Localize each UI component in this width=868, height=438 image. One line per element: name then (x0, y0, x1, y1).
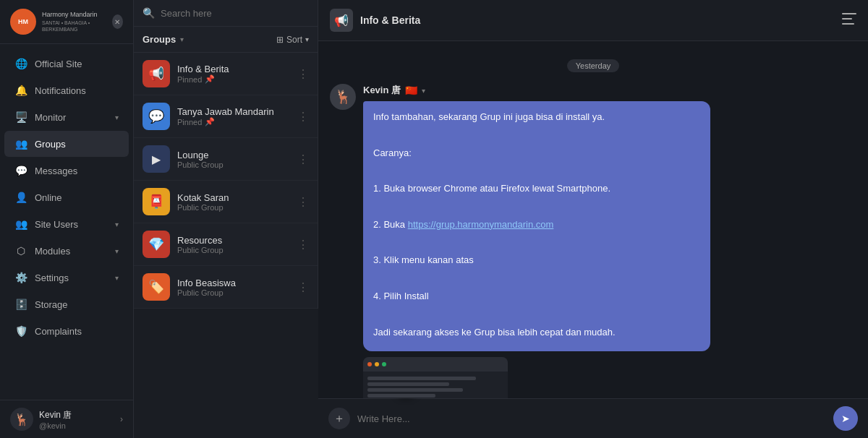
online-icon: 👤 (14, 191, 27, 204)
sidebar-label-monitor: Monitor (35, 112, 66, 123)
sidebar-item-notifications[interactable]: 🔔 Notifications (4, 77, 129, 103)
sidebar-label-messages: Messages (35, 166, 77, 176)
group-avatar: 💬 (142, 103, 170, 130)
sidebar-item-messages[interactable]: 💬 Messages (4, 158, 129, 184)
search-bar: 🔍 (134, 0, 318, 27)
sidebar-label-modules: Modules (35, 246, 70, 257)
group-name: Info & Berita (177, 64, 290, 74)
storage-icon: 🗄️ (14, 298, 27, 311)
sidebar-item-site-users[interactable]: 👥 Site Users ▾ (4, 211, 129, 237)
sidebar-item-storage[interactable]: 🗄️ Storage (4, 291, 129, 317)
groups-panel: 🔍 Groups ▾ ⊞ Sort ▾ 📢 Info & Berita Pinn… (134, 0, 318, 309)
sidebar-label-settings: Settings (35, 272, 69, 283)
chevron-down-icon: ▾ (115, 247, 119, 255)
date-badge: Yesterday (567, 59, 620, 72)
globe-icon: 🌐 (14, 57, 27, 70)
group-sub: Public Group (177, 246, 290, 254)
chat-messages: Yesterday 🦌 Kevin 唐 🇨🇳 ▾ Info tambahan, … (318, 41, 868, 398)
sort-icon: ⊞ (276, 35, 284, 45)
group-sub: Public Group (177, 160, 290, 169)
more-options-icon[interactable]: ⋮ (297, 153, 309, 166)
chat-options-icon[interactable] (842, 13, 856, 27)
list-item[interactable]: 📮 Kotak Saran Public Group ⋮ (134, 181, 318, 223)
groups-icon: 👥 (14, 137, 27, 150)
sidebar: HM Harmony Mandarin SANTAI • BAHAGIA • B… (0, 0, 134, 438)
sidebar-label-site-users: Site Users (35, 219, 78, 230)
sidebar-label-complaints: Complaints (35, 326, 82, 337)
logo-text: Harmony Mandarin SANTAI • BAHAGIA • BERK… (42, 11, 106, 33)
group-avatar: 📢 (142, 60, 170, 87)
group-name: Lounge (177, 150, 290, 160)
sidebar-nav: 🌐 Official Site 🔔 Notifications 🖥️ Monit… (0, 44, 133, 400)
more-options-icon[interactable]: ⋮ (297, 280, 309, 294)
site-users-icon: 👥 (14, 218, 27, 231)
sidebar-item-modules[interactable]: ⬡ Modules ▾ (4, 238, 129, 264)
close-sidebar-button[interactable]: ✕ (112, 14, 123, 29)
more-options-icon[interactable]: ⋮ (297, 67, 309, 81)
group-sub: Pinned 📌 (177, 74, 290, 84)
sidebar-label-groups: Groups (35, 139, 66, 150)
chevron-down-icon: ▾ (115, 113, 119, 121)
chevron-down-icon[interactable]: ▾ (422, 87, 425, 95)
footer-handle: @kevin (39, 421, 114, 430)
sidebar-label-official-site: Official Site (35, 59, 82, 69)
svg-rect-0 (842, 13, 856, 14)
sidebar-item-complaints[interactable]: 🛡️ Complaints (4, 318, 129, 344)
monitor-icon: 🖥️ (14, 111, 27, 124)
group-avatar: 💎 (142, 231, 170, 258)
sidebar-label-notifications: Notifications (35, 85, 86, 96)
message-row: 🦌 Kevin 唐 🇨🇳 ▾ Info tambahan, sekarang G… (330, 84, 856, 398)
groups-header: Groups ▾ ⊞ Sort ▾ (134, 27, 318, 53)
search-input[interactable] (161, 8, 309, 19)
bell-icon: 🔔 (14, 84, 27, 97)
group-name: Info Beasiswa (177, 278, 290, 288)
svg-rect-1 (842, 18, 852, 20)
group-avatar: 🏷️ (142, 273, 170, 301)
chat-header-icon: 📢 (330, 9, 353, 32)
sidebar-item-monitor[interactable]: 🖥️ Monitor ▾ (4, 104, 129, 130)
shield-icon: 🛡️ (14, 325, 27, 338)
middle-panel: 🔍 Groups ▾ ⊞ Sort ▾ 📢 Info & Berita Pinn… (134, 0, 318, 438)
group-avatar: 📮 (142, 188, 170, 215)
logo-icon: HM (10, 9, 36, 35)
group-sub: Public Group (177, 203, 290, 212)
logo-area: HM Harmony Mandarin SANTAI • BAHAGIA • B… (0, 0, 133, 44)
list-item[interactable]: 🏷️ Info Beasiswa Public Group ⋮ (134, 266, 318, 309)
sidebar-item-groups[interactable]: 👥 Groups (4, 131, 129, 157)
sort-button[interactable]: ⊞ Sort ▾ (276, 35, 309, 45)
group-name: Kotak Saran (177, 192, 290, 203)
sidebar-item-settings[interactable]: ⚙️ Settings ▾ (4, 265, 129, 291)
chat-input[interactable] (357, 413, 826, 424)
group-sub: Public Group (177, 288, 290, 297)
list-item[interactable]: 📢 Info & Berita Pinned 📌 ⋮ (134, 53, 318, 95)
footer-username: Kevin 唐 (39, 409, 114, 421)
link[interactable]: https://grup.harmonymandarin.com (408, 219, 554, 230)
more-options-icon[interactable]: ⋮ (297, 238, 309, 252)
flag-icon: 🇨🇳 (405, 85, 417, 96)
more-options-icon[interactable]: ⋮ (297, 195, 309, 209)
list-item[interactable]: 💬 Tanya Jawab Mandarin Pinned 📌 ⋮ (134, 95, 318, 138)
search-icon: 🔍 (142, 7, 155, 19)
svg-rect-2 (842, 23, 854, 25)
messages-icon: 💬 (14, 164, 27, 177)
modules-icon: ⬡ (14, 244, 27, 257)
chat-title: Info & Berita (360, 14, 420, 26)
date-divider: Yesterday (330, 59, 856, 72)
sidebar-item-online[interactable]: 👤 Online (4, 184, 129, 210)
chat-panel: 📢 Info & Berita Yesterday 🦌 Kevin 唐 🇨🇳 ▾ (318, 0, 868, 438)
attach-button[interactable]: ＋ (328, 408, 350, 429)
groups-title: Groups (142, 34, 176, 45)
list-item[interactable]: ▶ Lounge Public Group ⋮ (134, 138, 318, 181)
send-button[interactable]: ➤ (833, 406, 858, 431)
more-options-icon[interactable]: ⋮ (297, 110, 309, 124)
sidebar-label-online: Online (35, 192, 62, 203)
message-bubble: Info tambahan, sekarang Grup ini juga bi… (363, 101, 710, 351)
sidebar-item-official-site[interactable]: 🌐 Official Site (4, 51, 129, 77)
list-item[interactable]: 💎 Resources Public Group ⋮ (134, 223, 318, 266)
avatar: 🦌 (10, 408, 33, 431)
chat-input-bar: ＋ ➤ (318, 398, 868, 438)
chevron-down-icon: ▾ (115, 220, 119, 228)
settings-icon: ⚙️ (14, 271, 27, 284)
sidebar-footer[interactable]: 🦌 Kevin 唐 @kevin › (0, 400, 133, 438)
sender-name: Kevin 唐 (363, 84, 401, 97)
